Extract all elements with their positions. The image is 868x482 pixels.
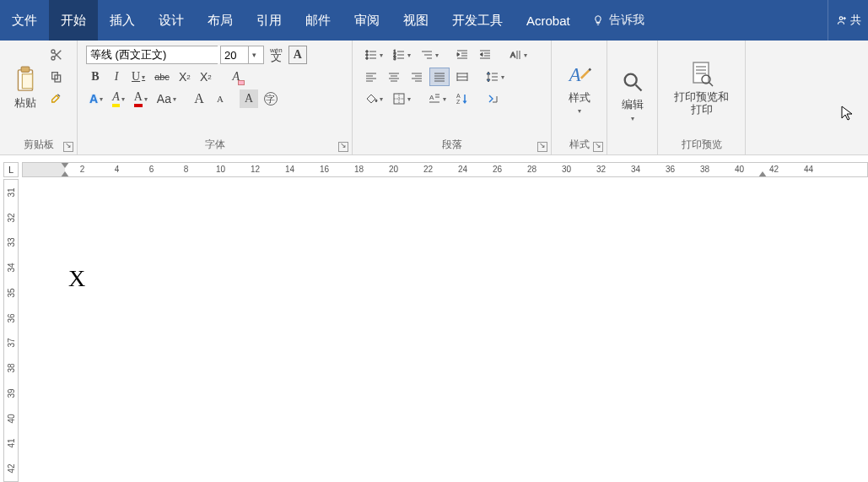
copy-button[interactable] [47, 68, 66, 86]
tab-design[interactable]: 设计 [147, 0, 196, 41]
decrease-indent-button[interactable] [452, 46, 472, 64]
tab-references[interactable]: 引用 [245, 0, 294, 41]
bold-button[interactable]: B [86, 68, 105, 86]
align-center-button[interactable] [384, 68, 404, 86]
snap-to-grid-button[interactable]: A▾ [424, 89, 450, 108]
ribbon: 粘贴 剪贴板 ▾ ▾ [0, 41, 868, 155]
tab-acrobat[interactable]: Acrobat [515, 0, 582, 41]
font-name-combo[interactable]: ▾ [86, 46, 218, 64]
styles-launcher[interactable] [593, 142, 603, 152]
asian-layout-icon: A [509, 48, 522, 62]
enclose-char-button[interactable]: 字 [261, 89, 281, 108]
svg-point-7 [51, 57, 55, 60]
document-area: L 24681012141618202224262830323436384042… [0, 155, 868, 482]
tab-mailings[interactable]: 邮件 [294, 0, 342, 41]
tab-review[interactable]: 审阅 [342, 0, 391, 41]
clear-format-button[interactable]: A [227, 68, 245, 86]
print-preview-button[interactable]: 打印预览和打印 [663, 44, 740, 133]
svg-text:3: 3 [394, 56, 396, 61]
highlight-button[interactable]: A▾ [109, 89, 128, 108]
shrink-font-button[interactable]: A [211, 89, 229, 108]
multilevel-list-button[interactable]: ▾ [417, 46, 442, 64]
svg-marker-65 [487, 72, 490, 74]
titlebar: 文件 开始 插入 设计 布局 引用 邮件 审阅 视图 开发工具 Acrobat … [0, 0, 868, 41]
paragraph-launcher[interactable] [537, 142, 547, 152]
svg-marker-77 [463, 101, 467, 105]
clipboard-group-label: 剪贴板 [24, 138, 54, 150]
print-preview-icon [688, 61, 715, 88]
tab-insert[interactable]: 插入 [98, 0, 147, 41]
svg-rect-4 [21, 67, 30, 72]
font-color-button[interactable]: A▾ [131, 89, 151, 108]
show-marks-button[interactable] [483, 89, 503, 108]
styles-icon: A [566, 62, 593, 89]
font-size-input[interactable] [221, 46, 248, 63]
underline-button[interactable]: U▾ [128, 68, 148, 86]
vertical-ruler[interactable]: 313233343536373839404142 [3, 179, 19, 482]
styles-label: 样式 [569, 92, 590, 105]
font-size-dropdown[interactable]: ▾ [248, 46, 260, 63]
svg-point-81 [624, 74, 636, 86]
paste-button[interactable]: 粘贴 [5, 44, 46, 133]
font-size-combo[interactable]: ▾ [220, 46, 264, 64]
bullets-button[interactable]: ▾ [361, 46, 386, 64]
align-left-button[interactable] [361, 68, 381, 86]
italic-button[interactable]: I [107, 68, 126, 86]
phonetic-guide-button[interactable]: wén文 [267, 46, 286, 64]
chevron-down-icon: ▾ [578, 107, 581, 115]
svg-rect-5 [22, 74, 32, 89]
sort-button[interactable]: AZ [452, 89, 472, 108]
asian-layout-button[interactable]: A▾ [505, 46, 531, 64]
subscript-button[interactable]: X2 [175, 68, 194, 86]
justify-button[interactable] [429, 68, 450, 86]
grow-font-button[interactable]: A [190, 89, 208, 108]
shading-button[interactable]: ▾ [361, 89, 386, 108]
numbering-button[interactable]: 123▾ [389, 46, 414, 64]
align-right-button[interactable] [407, 68, 427, 86]
char-shading-button[interactable]: A [240, 89, 258, 108]
print-preview-label: 打印预览和打印 [670, 91, 733, 116]
text-effects-button[interactable]: A▾ [86, 89, 106, 108]
tell-me[interactable]: 告诉我 [582, 0, 655, 41]
svg-text:A: A [456, 93, 461, 99]
clipboard-icon [12, 67, 39, 94]
svg-marker-31 [457, 53, 460, 57]
snap-grid-icon: A [428, 92, 441, 106]
share-button[interactable]: 共 [828, 0, 868, 41]
paste-label: 粘贴 [14, 97, 36, 110]
numbering-icon: 123 [392, 48, 406, 62]
multilevel-icon [420, 48, 434, 62]
strike-button[interactable]: abc [151, 68, 173, 86]
document-text: X [68, 265, 85, 292]
magnifier-icon [619, 68, 646, 95]
clipboard-launcher[interactable] [63, 142, 73, 152]
bullets-icon [364, 48, 378, 62]
distribute-icon [456, 70, 469, 84]
editing-button[interactable]: 编辑 ▾ [612, 44, 652, 147]
line-spacing-button[interactable]: ▾ [483, 68, 508, 86]
increase-indent-button[interactable] [475, 46, 495, 64]
brush-icon [50, 92, 63, 106]
tab-view[interactable]: 视图 [391, 0, 440, 41]
horizontal-ruler[interactable]: 2468101214161820222426283032343638404244 [22, 162, 868, 177]
line-spacing-icon [486, 70, 499, 84]
format-painter-button[interactable] [47, 89, 66, 108]
align-center-icon [387, 70, 401, 84]
styles-button[interactable]: A 样式 ▾ [559, 44, 600, 133]
distribute-button[interactable] [452, 68, 472, 86]
tab-home[interactable]: 开始 [49, 0, 98, 41]
tab-layout[interactable]: 布局 [196, 0, 245, 41]
char-border-button[interactable]: A [288, 46, 307, 64]
share-label: 共 [850, 13, 861, 28]
change-case-button[interactable]: Aa▾ [154, 89, 180, 108]
tab-file[interactable]: 文件 [0, 0, 49, 41]
tab-selector[interactable]: L [3, 162, 19, 177]
font-launcher[interactable] [338, 142, 348, 152]
borders-button[interactable]: ▾ [389, 89, 414, 108]
svg-line-82 [635, 85, 641, 91]
superscript-button[interactable]: X2 [197, 68, 215, 86]
page-canvas[interactable]: X [22, 179, 868, 482]
tab-developer[interactable]: 开发工具 [440, 0, 515, 41]
cut-button[interactable] [47, 46, 66, 64]
font-name-input[interactable] [87, 46, 235, 63]
